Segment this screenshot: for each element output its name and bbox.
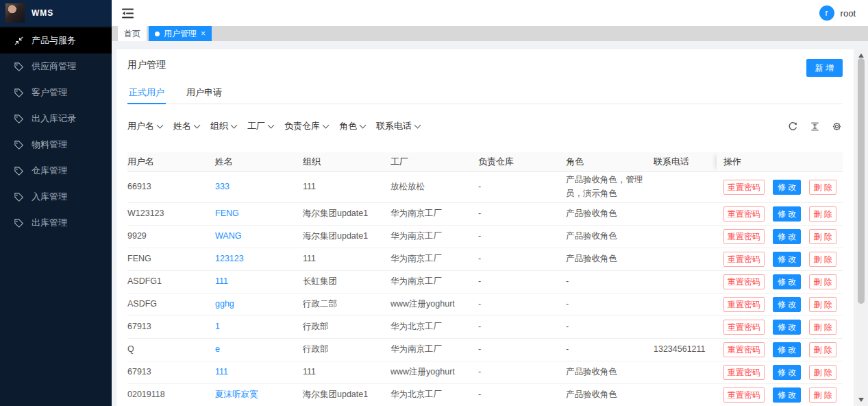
cell-phone <box>654 315 717 338</box>
cell-role: - <box>566 293 654 315</box>
delete-button[interactable]: 删 除 <box>809 229 836 244</box>
filter-dropdown[interactable]: 角色 <box>339 120 365 132</box>
reset-password-button[interactable]: 重置密码 <box>723 365 765 380</box>
user-name-link[interactable]: 111 <box>215 367 228 377</box>
cell-warehouse: - <box>478 270 566 293</box>
filter-dropdown[interactable]: 用户名 <box>127 120 162 132</box>
delete-button[interactable]: 删 除 <box>809 252 836 267</box>
tab-close-icon[interactable]: × <box>201 29 206 38</box>
chevron-down-icon <box>268 121 275 128</box>
cell-actions: 重置密码修 改删 除 <box>717 248 843 270</box>
column-header: 负责仓库 <box>478 152 566 171</box>
column-header: 姓名 <box>215 152 303 171</box>
edit-button[interactable]: 修 改 <box>773 342 801 357</box>
edit-button[interactable]: 修 改 <box>773 229 801 244</box>
reset-password-button[interactable]: 重置密码 <box>723 180 765 195</box>
edit-button[interactable]: 修 改 <box>773 180 801 195</box>
delete-button[interactable]: 删 除 <box>809 274 836 289</box>
cell-username: ASDFG1 <box>127 270 215 293</box>
cell-org: 海尔集团update1 <box>303 383 390 406</box>
user-name-link[interactable]: 1 <box>215 322 220 331</box>
user-name-link[interactable]: FENG <box>215 208 239 218</box>
reload-icon[interactable] <box>787 121 799 132</box>
delete-button[interactable]: 删 除 <box>809 297 836 312</box>
column-header: 角色 <box>566 152 654 171</box>
reset-password-button[interactable]: 重置密码 <box>723 387 765 403</box>
cell-factory: 华为南京工厂 <box>390 338 478 361</box>
sidebar: WMS 产品与服务供应商管理客户管理出入库记录物料管理仓库管理入库管理出库管理 <box>0 0 112 406</box>
edit-button[interactable]: 修 改 <box>773 320 801 335</box>
reset-password-button[interactable]: 重置密码 <box>723 206 765 222</box>
delete-button[interactable]: 删 除 <box>809 320 836 335</box>
cell-warehouse: - <box>478 361 566 383</box>
cell-factory: www注册yoghurt <box>390 361 478 383</box>
delete-button[interactable]: 删 除 <box>809 206 836 222</box>
nav-tab[interactable]: 用户管理× <box>149 26 212 41</box>
page-tab[interactable]: 正式用户 <box>127 81 166 104</box>
edit-button[interactable]: 修 改 <box>773 365 801 380</box>
sidebar-item[interactable]: 出入库记录 <box>0 106 112 132</box>
reset-password-button[interactable]: 重置密码 <box>723 229 765 244</box>
sidebar-item[interactable]: 物料管理 <box>0 132 112 158</box>
filter-dropdown[interactable]: 组织 <box>210 120 236 132</box>
edit-button[interactable]: 修 改 <box>773 274 801 289</box>
filter-dropdown[interactable]: 负责仓库 <box>284 120 328 132</box>
sidebar-item[interactable]: 客户管理 <box>0 80 112 106</box>
user-name-link[interactable]: 111 <box>215 276 228 286</box>
add-button[interactable]: 新 增 <box>806 59 843 77</box>
filter-label: 角色 <box>339 120 357 132</box>
user-name-link[interactable]: 夏沫听寂寞 <box>215 390 258 399</box>
user-name-link[interactable]: WANG <box>215 231 241 241</box>
user-name-link[interactable]: 333 <box>215 182 230 191</box>
edit-button[interactable]: 修 改 <box>773 252 801 267</box>
delete-button[interactable]: 删 除 <box>809 387 836 403</box>
cell-actions: 重置密码修 改删 除 <box>717 270 843 293</box>
cell-actions: 重置密码修 改删 除 <box>717 171 843 202</box>
cell-warehouse: - <box>478 225 566 248</box>
sidebar-item[interactable]: 仓库管理 <box>0 158 112 184</box>
reset-password-button[interactable]: 重置密码 <box>723 297 765 312</box>
filter-dropdown[interactable]: 联系电话 <box>376 120 420 132</box>
cell-name: 111 <box>215 270 303 293</box>
sidebar-menu: 产品与服务供应商管理客户管理出入库记录物料管理仓库管理入库管理出库管理 <box>0 26 112 236</box>
shrink-icon <box>14 36 24 46</box>
cell-factory: 华为北京工厂 <box>390 315 478 338</box>
filter-label: 负责仓库 <box>284 120 320 132</box>
cell-name: 123123 <box>215 248 303 270</box>
scrollbar-thumb[interactable] <box>858 58 865 304</box>
reset-password-button[interactable]: 重置密码 <box>723 320 765 335</box>
chevron-down-icon <box>360 121 367 128</box>
delete-button[interactable]: 删 除 <box>809 365 836 380</box>
table-row: FENG123123111华为南京工厂-产品验收角色重置密码修 改删 除 <box>127 248 843 270</box>
filter-dropdown[interactable]: 工厂 <box>247 120 273 132</box>
filter-dropdown[interactable]: 姓名 <box>173 120 199 132</box>
user-name-link[interactable]: gghg <box>215 299 234 309</box>
table-row: ASDFG1111长虹集团华为南京工厂--重置密码修 改删 除 <box>127 270 843 293</box>
delete-button[interactable]: 删 除 <box>809 180 836 195</box>
reset-password-button[interactable]: 重置密码 <box>723 274 765 289</box>
nav-tab[interactable]: 首页 <box>118 26 147 41</box>
settings-gear-icon[interactable] <box>831 121 843 132</box>
cell-phone <box>654 383 717 406</box>
reset-password-button[interactable]: 重置密码 <box>723 342 765 357</box>
menu-fold-icon[interactable] <box>121 8 134 19</box>
user-name-link[interactable]: e <box>215 344 220 354</box>
vertical-scrollbar[interactable] <box>856 49 867 406</box>
sidebar-item[interactable]: 供应商管理 <box>0 53 112 80</box>
user-menu[interactable]: r root <box>819 5 856 21</box>
scroll-up-arrow-icon[interactable] <box>858 53 864 58</box>
scroll-down-arrow-icon[interactable] <box>858 398 864 402</box>
edit-button[interactable]: 修 改 <box>773 297 801 312</box>
cell-actions: 重置密码修 改删 除 <box>717 338 843 361</box>
reset-password-button[interactable]: 重置密码 <box>723 252 765 267</box>
edit-button[interactable]: 修 改 <box>773 387 801 403</box>
sidebar-item[interactable]: 产品与服务 <box>0 27 112 53</box>
density-icon[interactable] <box>809 121 821 132</box>
sidebar-item[interactable]: 入库管理 <box>0 184 112 210</box>
page-tab[interactable]: 用户申请 <box>185 81 223 104</box>
user-name-link[interactable]: 123123 <box>215 254 244 263</box>
edit-button[interactable]: 修 改 <box>773 206 801 222</box>
delete-button[interactable]: 删 除 <box>809 342 836 357</box>
table-header-row: 用户名姓名组织工厂负责仓库角色联系电话操作 <box>127 152 843 171</box>
sidebar-item[interactable]: 出库管理 <box>0 210 112 236</box>
